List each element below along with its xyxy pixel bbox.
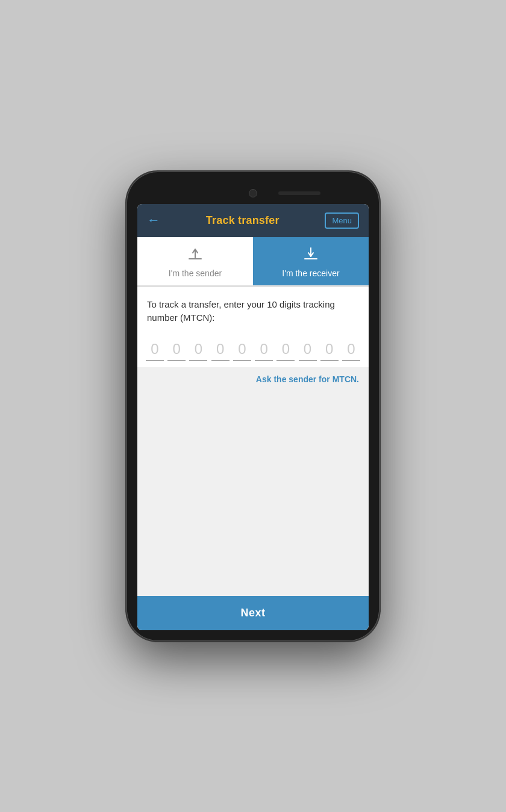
digit-underline-4 bbox=[211, 360, 230, 361]
speaker bbox=[278, 191, 320, 195]
digit-underline-3 bbox=[189, 360, 207, 361]
digit-underline-9 bbox=[320, 360, 339, 361]
phone-screen: ← Track transfer Menu I'm the sender bbox=[137, 204, 369, 630]
menu-button[interactable]: Menu bbox=[325, 212, 359, 229]
page-title: Track transfer bbox=[206, 214, 280, 227]
digit-6: 0 bbox=[255, 341, 273, 362]
digit-value-1: 0 bbox=[151, 341, 158, 358]
digit-underline-8 bbox=[299, 360, 317, 361]
digit-value-8: 0 bbox=[304, 341, 311, 358]
tab-receiver-label: I'm the receiver bbox=[282, 268, 339, 278]
digit-8: 0 bbox=[299, 341, 317, 362]
digit-4: 0 bbox=[211, 341, 230, 362]
digit-1: 0 bbox=[146, 341, 164, 362]
digit-value-10: 0 bbox=[347, 341, 355, 358]
digit-underline-1 bbox=[146, 360, 164, 361]
digit-value-4: 0 bbox=[216, 341, 224, 358]
digit-value-9: 0 bbox=[325, 341, 333, 358]
next-button[interactable]: Next bbox=[137, 596, 369, 630]
tab-sender[interactable]: I'm the sender bbox=[137, 237, 253, 285]
digit-value-5: 0 bbox=[238, 341, 246, 358]
digit-value-6: 0 bbox=[260, 341, 267, 358]
content-spacer bbox=[137, 391, 369, 595]
back-button[interactable]: ← bbox=[147, 214, 160, 227]
tab-receiver[interactable]: I'm the receiver bbox=[253, 237, 369, 285]
phone-top-bar bbox=[137, 182, 369, 204]
content-area: To track a transfer, enter your 10 digit… bbox=[137, 287, 369, 630]
digit-10: 0 bbox=[342, 341, 360, 362]
phone-frame: ← Track transfer Menu I'm the sender bbox=[126, 172, 380, 641]
digit-underline-10 bbox=[342, 360, 360, 361]
digit-underline-6 bbox=[255, 360, 273, 361]
camera bbox=[249, 189, 257, 197]
app-header: ← Track transfer Menu bbox=[137, 204, 369, 237]
digit-underline-5 bbox=[233, 360, 251, 361]
ask-sender-link[interactable]: Ask the sender for MTCN. bbox=[256, 374, 359, 384]
digit-2: 0 bbox=[167, 341, 186, 362]
digit-value-3: 0 bbox=[195, 341, 202, 358]
digit-underline-7 bbox=[276, 360, 295, 361]
tab-sender-label: I'm the sender bbox=[169, 268, 222, 278]
link-area: Ask the sender for MTCN. bbox=[137, 367, 369, 391]
digit-value-7: 0 bbox=[282, 341, 290, 358]
digit-underline-2 bbox=[167, 360, 186, 361]
digit-9: 0 bbox=[320, 341, 339, 362]
mtcn-digits[interactable]: 0 0 0 0 0 bbox=[143, 341, 363, 362]
instructions-text: To track a transfer, enter your 10 digit… bbox=[137, 287, 369, 331]
mtcn-container[interactable]: 0 0 0 0 0 bbox=[137, 331, 369, 368]
digit-7: 0 bbox=[276, 341, 295, 362]
digit-5: 0 bbox=[233, 341, 251, 362]
digit-3: 0 bbox=[189, 341, 207, 362]
download-icon bbox=[302, 246, 319, 265]
digit-value-2: 0 bbox=[173, 341, 181, 358]
tab-bar: I'm the sender I'm the receiver bbox=[137, 237, 369, 287]
upload-icon bbox=[187, 246, 204, 265]
